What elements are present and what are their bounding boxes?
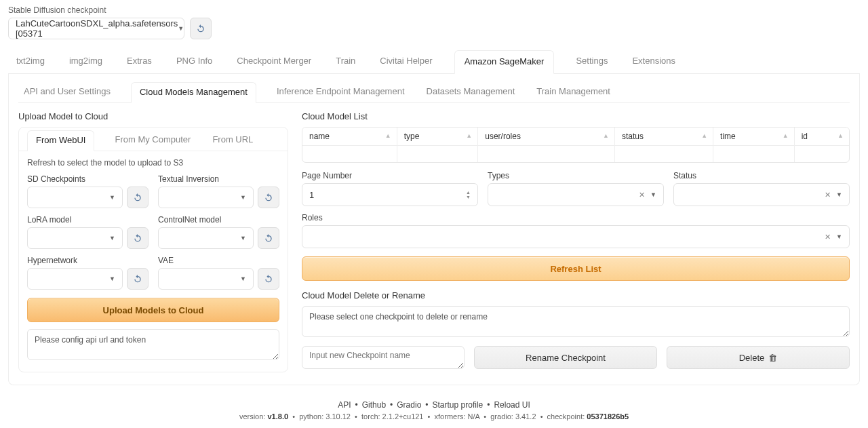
col-id[interactable]: id▲ bbox=[795, 128, 849, 146]
clear-icon[interactable]: ✕ bbox=[825, 191, 831, 199]
chevron-down-icon: ▼ bbox=[836, 233, 842, 240]
refresh-controlnet-model-button[interactable] bbox=[258, 227, 279, 249]
delete-checkpoint-button[interactable]: Delete 🗑 bbox=[667, 346, 850, 369]
status-select[interactable]: ✕▼ bbox=[673, 183, 850, 206]
types-select[interactable]: ✕▼ bbox=[488, 183, 664, 206]
upload-tab-from-url[interactable]: From URL bbox=[211, 130, 254, 151]
refresh-checkpoint-button[interactable] bbox=[190, 18, 212, 39]
footer-link-startup-profile[interactable]: Startup profile bbox=[433, 400, 484, 410]
hypernetwork-select[interactable]: ▼ bbox=[27, 268, 123, 290]
col-type[interactable]: type▲ bbox=[397, 128, 479, 146]
upload-models-button[interactable]: Upload Models to Cloud bbox=[27, 298, 279, 322]
types-label: Types bbox=[488, 171, 664, 180]
tab-img2img[interactable]: img2img bbox=[66, 50, 105, 73]
main-tabs: txt2imgimg2imgExtrasPNG InfoCheckpoint M… bbox=[8, 50, 860, 74]
subtab-datasets-management[interactable]: Datasets Management bbox=[425, 82, 517, 102]
tab-train[interactable]: Train bbox=[333, 50, 358, 73]
number-stepper-icon[interactable]: ▲▼ bbox=[466, 190, 471, 199]
delete-rename-heading: Cloud Model Delete or Rename bbox=[302, 290, 850, 300]
col-name[interactable]: name▲ bbox=[302, 128, 397, 146]
subtab-api-and-user-settings[interactable]: API and User Settings bbox=[22, 82, 112, 102]
page-number-value: 1 bbox=[309, 190, 314, 200]
refresh-icon bbox=[195, 23, 206, 34]
refresh-sd-checkpoints-button[interactable] bbox=[127, 187, 149, 208]
chevron-down-icon: ▼ bbox=[836, 191, 842, 198]
field-label: Textual Inversion bbox=[158, 174, 279, 184]
cloud-model-table: name▲type▲user/roles▲status▲time▲id▲ bbox=[302, 127, 850, 163]
checkpoint-value: LahCuteCartoonSDXL_alpha.safetensors [05… bbox=[16, 18, 178, 39]
refresh-lora-model-button[interactable] bbox=[127, 227, 149, 249]
roles-label: Roles bbox=[302, 213, 850, 222]
subtab-cloud-models-management[interactable]: Cloud Models Management bbox=[131, 82, 256, 103]
subtab-train-management[interactable]: Train Management bbox=[535, 82, 612, 102]
tab-settings[interactable]: Settings bbox=[573, 50, 610, 73]
table-cell bbox=[478, 146, 615, 162]
rename-checkpoint-button[interactable]: Rename Checkpoint bbox=[474, 346, 657, 369]
tab-amazon-sagemaker[interactable]: Amazon SageMaker bbox=[454, 50, 555, 74]
tab-png-info[interactable]: PNG Info bbox=[174, 50, 215, 73]
new-checkpoint-name-input[interactable] bbox=[302, 346, 465, 369]
upload-hint: Refresh to select the model to upload to… bbox=[27, 158, 279, 168]
tab-civitai-helper[interactable]: Civitai Helper bbox=[377, 50, 435, 73]
table-cell bbox=[302, 146, 397, 162]
col-time[interactable]: time▲ bbox=[713, 128, 795, 146]
clear-icon[interactable]: ✕ bbox=[825, 233, 831, 241]
subtab-inference-endpoint-management[interactable]: Inference Endpoint Management bbox=[275, 82, 406, 102]
upload-tab-from-my-computer[interactable]: From My Computer bbox=[113, 130, 192, 151]
col-status[interactable]: status▲ bbox=[615, 128, 713, 146]
controlnet-model-select[interactable]: ▼ bbox=[158, 227, 254, 249]
table-cell bbox=[615, 146, 713, 162]
footer: API•Github•Gradio•Startup profile•Reload… bbox=[8, 400, 860, 421]
sd-checkpoints-select[interactable]: ▼ bbox=[27, 187, 123, 208]
chevron-down-icon: ▼ bbox=[178, 25, 184, 32]
field-label: VAE bbox=[158, 256, 279, 265]
tab-extensions[interactable]: Extensions bbox=[629, 50, 678, 73]
checkpoint-select[interactable]: LahCuteCartoonSDXL_alpha.safetensors [05… bbox=[8, 18, 184, 39]
upload-heading: Upload Model to Cloud bbox=[18, 111, 288, 121]
status-filter-label: Status bbox=[673, 171, 850, 180]
lora-model-select[interactable]: ▼ bbox=[27, 227, 123, 249]
table-cell bbox=[397, 146, 479, 162]
refresh-hypernetwork-button[interactable] bbox=[127, 268, 149, 290]
delete-hint-text[interactable] bbox=[302, 306, 850, 337]
checkpoint-label: Stable Diffusion checkpoint bbox=[8, 5, 860, 15]
refresh-textual-inversion-button[interactable] bbox=[258, 187, 279, 208]
footer-link-gradio[interactable]: Gradio bbox=[397, 400, 421, 410]
delete-label: Delete bbox=[739, 353, 765, 363]
vae-select[interactable]: ▼ bbox=[158, 268, 254, 290]
page-number-label: Page Number bbox=[302, 171, 478, 180]
upload-status-text[interactable] bbox=[27, 329, 279, 360]
roles-select[interactable]: ✕▼ bbox=[302, 225, 850, 248]
field-label: LoRA model bbox=[27, 215, 149, 225]
upload-source-tabs: From WebUIFrom My ComputerFrom URL bbox=[19, 128, 288, 151]
table-cell bbox=[795, 146, 849, 162]
page-number-input[interactable]: 1 ▲▼ bbox=[302, 183, 478, 206]
clear-icon[interactable]: ✕ bbox=[639, 191, 645, 199]
col-user-roles[interactable]: user/roles▲ bbox=[478, 128, 615, 146]
tab-checkpoint-merger[interactable]: Checkpoint Merger bbox=[234, 50, 314, 73]
refresh-list-button[interactable]: Refresh List bbox=[302, 256, 850, 281]
chevron-down-icon: ▼ bbox=[650, 191, 656, 198]
tab-extras[interactable]: Extras bbox=[124, 50, 155, 73]
table-cell bbox=[713, 146, 795, 162]
trash-icon: 🗑 bbox=[768, 353, 777, 363]
field-label: SD Checkpoints bbox=[27, 174, 149, 184]
cloud-list-heading: Cloud Model List bbox=[302, 111, 850, 121]
tab-txt2img[interactable]: txt2img bbox=[14, 50, 47, 73]
upload-tab-from-webui[interactable]: From WebUI bbox=[27, 130, 94, 151]
textual-inversion-select[interactable]: ▼ bbox=[158, 187, 254, 208]
footer-link-api[interactable]: API bbox=[338, 400, 351, 410]
field-label: ControlNet model bbox=[158, 215, 279, 225]
footer-link-reload-ui[interactable]: Reload UI bbox=[494, 400, 530, 410]
refresh-vae-button[interactable] bbox=[258, 268, 279, 290]
footer-link-github[interactable]: Github bbox=[362, 400, 386, 410]
sub-tabs: API and User SettingsCloud Models Manage… bbox=[18, 82, 850, 103]
field-label: Hypernetwork bbox=[27, 256, 149, 265]
